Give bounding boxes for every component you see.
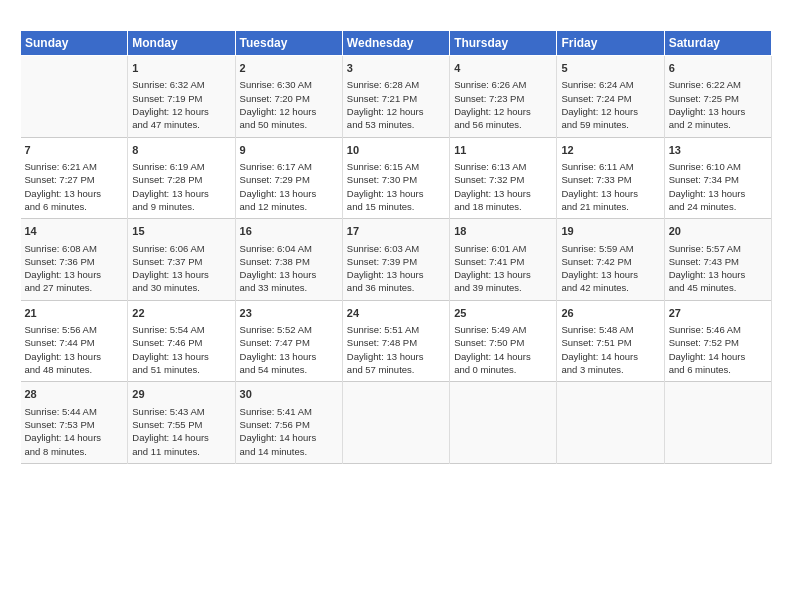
day-number: 13: [669, 143, 767, 158]
day-info: Daylight: 13 hours: [669, 105, 767, 118]
day-info: Sunrise: 6:22 AM: [669, 78, 767, 91]
day-info: Sunrise: 6:08 AM: [25, 242, 124, 255]
day-number: 28: [25, 387, 124, 402]
day-info: Daylight: 13 hours: [132, 187, 230, 200]
day-number: 26: [561, 306, 659, 321]
week-row-3: 14Sunrise: 6:08 AMSunset: 7:36 PMDayligh…: [21, 219, 772, 301]
day-info: Sunset: 7:50 PM: [454, 336, 552, 349]
header-cell-monday: Monday: [128, 31, 235, 56]
day-number: 27: [669, 306, 767, 321]
day-info: Daylight: 12 hours: [240, 105, 338, 118]
day-cell: [664, 382, 771, 464]
day-info: Sunrise: 6:03 AM: [347, 242, 445, 255]
day-info: Sunset: 7:27 PM: [25, 173, 124, 186]
day-info: Sunrise: 5:59 AM: [561, 242, 659, 255]
day-cell: 12Sunrise: 6:11 AMSunset: 7:33 PMDayligh…: [557, 137, 664, 219]
day-info: Daylight: 13 hours: [240, 187, 338, 200]
day-info: Sunset: 7:36 PM: [25, 255, 124, 268]
day-number: 9: [240, 143, 338, 158]
day-cell: 29Sunrise: 5:43 AMSunset: 7:55 PMDayligh…: [128, 382, 235, 464]
day-info: Daylight: 12 hours: [454, 105, 552, 118]
day-info: Sunset: 7:28 PM: [132, 173, 230, 186]
day-info: Daylight: 14 hours: [240, 431, 338, 444]
day-info: Sunrise: 6:24 AM: [561, 78, 659, 91]
day-info: and 21 minutes.: [561, 200, 659, 213]
day-info: Sunset: 7:41 PM: [454, 255, 552, 268]
day-info: Sunrise: 5:48 AM: [561, 323, 659, 336]
day-cell: 3Sunrise: 6:28 AMSunset: 7:21 PMDaylight…: [342, 56, 449, 138]
day-cell: 1Sunrise: 6:32 AMSunset: 7:19 PMDaylight…: [128, 56, 235, 138]
day-info: Sunrise: 5:43 AM: [132, 405, 230, 418]
day-info: Sunset: 7:48 PM: [347, 336, 445, 349]
day-number: 2: [240, 61, 338, 76]
day-info: Sunrise: 6:21 AM: [25, 160, 124, 173]
day-info: Daylight: 13 hours: [25, 350, 124, 363]
day-cell: 28Sunrise: 5:44 AMSunset: 7:53 PMDayligh…: [21, 382, 128, 464]
week-row-1: 1Sunrise: 6:32 AMSunset: 7:19 PMDaylight…: [21, 56, 772, 138]
day-info: Sunrise: 6:01 AM: [454, 242, 552, 255]
day-info: Sunrise: 6:32 AM: [132, 78, 230, 91]
day-info: and 59 minutes.: [561, 118, 659, 131]
day-cell: 13Sunrise: 6:10 AMSunset: 7:34 PMDayligh…: [664, 137, 771, 219]
day-cell: 18Sunrise: 6:01 AMSunset: 7:41 PMDayligh…: [450, 219, 557, 301]
day-info: and 2 minutes.: [669, 118, 767, 131]
day-cell: 15Sunrise: 6:06 AMSunset: 7:37 PMDayligh…: [128, 219, 235, 301]
day-cell: 7Sunrise: 6:21 AMSunset: 7:27 PMDaylight…: [21, 137, 128, 219]
day-number: 19: [561, 224, 659, 239]
day-info: Daylight: 14 hours: [561, 350, 659, 363]
day-info: Sunrise: 5:49 AM: [454, 323, 552, 336]
day-info: and 15 minutes.: [347, 200, 445, 213]
day-info: Sunset: 7:52 PM: [669, 336, 767, 349]
day-number: 29: [132, 387, 230, 402]
day-info: Sunrise: 6:04 AM: [240, 242, 338, 255]
day-info: Sunset: 7:37 PM: [132, 255, 230, 268]
day-info: and 51 minutes.: [132, 363, 230, 376]
day-info: and 14 minutes.: [240, 445, 338, 458]
day-info: Sunset: 7:43 PM: [669, 255, 767, 268]
day-cell: 8Sunrise: 6:19 AMSunset: 7:28 PMDaylight…: [128, 137, 235, 219]
day-number: 10: [347, 143, 445, 158]
day-info: and 6 minutes.: [25, 200, 124, 213]
day-cell: 2Sunrise: 6:30 AMSunset: 7:20 PMDaylight…: [235, 56, 342, 138]
day-info: Sunset: 7:33 PM: [561, 173, 659, 186]
day-info: Sunrise: 6:13 AM: [454, 160, 552, 173]
day-info: Daylight: 14 hours: [669, 350, 767, 363]
day-info: Daylight: 13 hours: [669, 187, 767, 200]
day-info: Sunset: 7:56 PM: [240, 418, 338, 431]
day-number: 30: [240, 387, 338, 402]
day-cell: 21Sunrise: 5:56 AMSunset: 7:44 PMDayligh…: [21, 300, 128, 382]
week-row-2: 7Sunrise: 6:21 AMSunset: 7:27 PMDaylight…: [21, 137, 772, 219]
day-info: Sunset: 7:25 PM: [669, 92, 767, 105]
day-info: Sunset: 7:44 PM: [25, 336, 124, 349]
day-info: Sunrise: 5:54 AM: [132, 323, 230, 336]
day-info: and 18 minutes.: [454, 200, 552, 213]
day-cell: 4Sunrise: 6:26 AMSunset: 7:23 PMDaylight…: [450, 56, 557, 138]
day-number: 6: [669, 61, 767, 76]
page: General Blue SundayMondayTuesdayWednesda…: [0, 0, 792, 474]
day-number: 23: [240, 306, 338, 321]
day-info: Sunset: 7:42 PM: [561, 255, 659, 268]
day-cell: 22Sunrise: 5:54 AMSunset: 7:46 PMDayligh…: [128, 300, 235, 382]
day-number: 4: [454, 61, 552, 76]
day-info: Sunrise: 5:41 AM: [240, 405, 338, 418]
day-info: Daylight: 13 hours: [25, 187, 124, 200]
day-cell: 19Sunrise: 5:59 AMSunset: 7:42 PMDayligh…: [557, 219, 664, 301]
day-number: 24: [347, 306, 445, 321]
day-info: Sunrise: 6:26 AM: [454, 78, 552, 91]
day-info: Daylight: 14 hours: [25, 431, 124, 444]
day-info: Sunset: 7:30 PM: [347, 173, 445, 186]
day-info: and 50 minutes.: [240, 118, 338, 131]
day-info: Sunrise: 5:51 AM: [347, 323, 445, 336]
day-info: Sunrise: 5:46 AM: [669, 323, 767, 336]
day-info: Daylight: 13 hours: [669, 268, 767, 281]
day-info: Sunrise: 6:28 AM: [347, 78, 445, 91]
day-info: and 56 minutes.: [454, 118, 552, 131]
day-info: Daylight: 14 hours: [132, 431, 230, 444]
day-info: and 36 minutes.: [347, 281, 445, 294]
day-number: 14: [25, 224, 124, 239]
day-info: Daylight: 13 hours: [132, 350, 230, 363]
day-info: Sunset: 7:20 PM: [240, 92, 338, 105]
day-cell: 10Sunrise: 6:15 AMSunset: 7:30 PMDayligh…: [342, 137, 449, 219]
day-info: Sunset: 7:29 PM: [240, 173, 338, 186]
day-info: Sunset: 7:23 PM: [454, 92, 552, 105]
